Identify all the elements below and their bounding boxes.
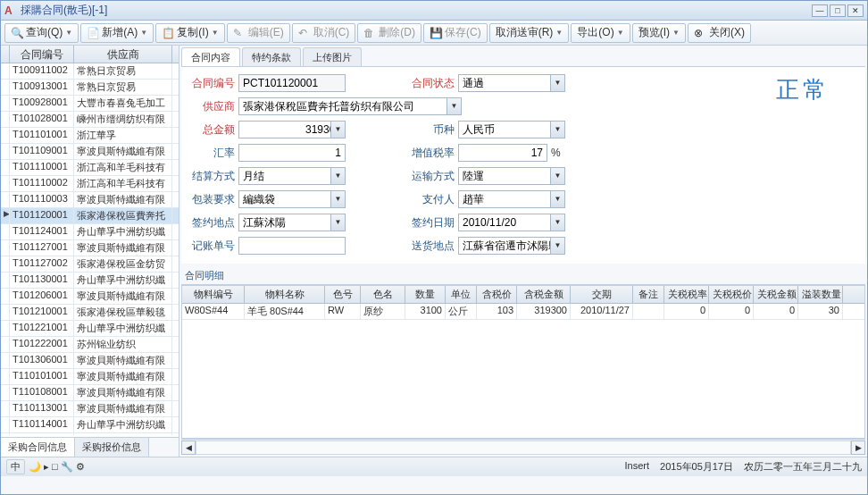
chevron-down-icon[interactable]: ▼ [550, 168, 564, 184]
col-header[interactable]: 色号 [325, 286, 361, 303]
col-header[interactable]: 关税金额 [754, 286, 798, 303]
pack-req-field[interactable] [238, 190, 346, 208]
detail-body[interactable]: W80S#44羊毛 80S#44RW原纱3100公斤1033193002010/… [182, 304, 864, 320]
col-header[interactable]: 备注 [633, 286, 664, 303]
chevron-down-icon[interactable]: ▼ [550, 122, 564, 138]
supplier-field[interactable] [238, 97, 462, 115]
table-row[interactable]: T101110002浙江高和羊毛科技有 [1, 176, 179, 192]
label-contract-no: 合同编号 [188, 76, 238, 91]
table-row[interactable]: T110108001寧波貝斯特纖維有限 [1, 385, 179, 401]
table-row[interactable]: T101221001舟山華孚中洲纺织纖 [1, 321, 179, 337]
table-row[interactable]: T101206001寧波貝斯特纖維有限 [1, 289, 179, 305]
payer-field[interactable] [458, 190, 565, 208]
total-field[interactable] [238, 121, 346, 138]
chevron-down-icon[interactable]: ▼ [330, 168, 345, 184]
table-row[interactable]: T101222001苏州锦业纺织 [1, 337, 179, 353]
scroll-track[interactable] [196, 440, 851, 455]
table-row[interactable]: T101109001寧波貝斯特纖維有限 [1, 144, 179, 160]
export-button[interactable]: 导出(O)▼ [571, 23, 630, 43]
contract-no-field[interactable] [238, 74, 346, 92]
col-contract-id[interactable]: 合同编号 [10, 46, 74, 63]
table-row[interactable]: ▶T101120001張家港保稅區費奔托 [1, 208, 179, 224]
col-header[interactable]: 关税税率 [664, 286, 709, 303]
col-header[interactable]: 溢装数量 [798, 286, 843, 303]
col-header[interactable]: 含税价 [477, 286, 517, 303]
chevron-down-icon[interactable]: ▼ [330, 122, 345, 138]
col-header[interactable]: 含税金额 [517, 286, 571, 303]
tab-special-terms[interactable]: 特约条款 [242, 47, 301, 66]
sign-place-field[interactable] [238, 214, 346, 231]
preview-button[interactable]: 预览(I)▼ [632, 23, 686, 43]
currency-field[interactable] [458, 121, 565, 138]
col-header[interactable]: 单位 [446, 286, 477, 303]
table-row[interactable]: T101130001舟山華孚中洲纺织纖 [1, 273, 179, 289]
tab-contract-content[interactable]: 合同内容 [181, 47, 240, 66]
col-supplier[interactable]: 供应商 [74, 46, 172, 63]
close-window-button[interactable]: ✕ [847, 4, 864, 17]
toolbar: 🔍查询(Q)▼ 📄新增(A)▼ 📋复制(I)▼ ✎编辑(E) ↶取消(C) 🗑删… [1, 21, 867, 46]
chevron-down-icon[interactable]: ▼ [550, 238, 564, 254]
table-row[interactable]: T110114002舟山華孚中洲纺织纖 [1, 433, 179, 435]
sign-date-field[interactable] [458, 214, 565, 231]
calendar-icon[interactable]: ▼ [550, 214, 564, 231]
chevron-down-icon[interactable]: ▼ [550, 191, 564, 207]
maximize-button[interactable]: □ [830, 4, 846, 17]
table-row[interactable]: T101028001嵊州市缙绸纺织有限 [1, 112, 179, 128]
chevron-down-icon[interactable]: ▼ [447, 98, 461, 114]
query-button[interactable]: 🔍查询(Q)▼ [4, 23, 79, 43]
table-cell: 0 [664, 304, 709, 319]
table-cell [633, 304, 664, 319]
label-sign-date: 签约日期 [408, 215, 458, 231]
col-header[interactable]: 关税税价 [709, 286, 754, 303]
table-row[interactable]: T101101001浙江華孚 [1, 128, 179, 144]
tab-quote-info[interactable]: 采购报价信息 [75, 438, 149, 457]
rate-field[interactable] [238, 144, 346, 162]
scroll-left-button[interactable]: ◀ [181, 440, 196, 455]
chevron-down-icon[interactable]: ▼ [550, 75, 564, 91]
table-row[interactable]: T110113001寧波貝斯特纖維有限 [1, 401, 179, 417]
close-button[interactable]: ⊗关闭(X) [688, 23, 751, 43]
pay-method-field[interactable] [238, 167, 346, 185]
table-row[interactable]: T100928001大豐市春喜兔毛加工 [1, 96, 179, 112]
col-header[interactable]: 物料名称 [245, 286, 325, 303]
tab-contract-info[interactable]: 采购合同信息 [1, 438, 75, 457]
table-row[interactable]: T101110003寧波貝斯特纖維有限 [1, 192, 179, 208]
ship-method-field[interactable] [458, 167, 565, 185]
vat-rate-field[interactable] [458, 144, 547, 162]
table-row[interactable]: T101127002張家港保稅區金纺贸 [1, 256, 179, 273]
table-row[interactable]: T101124001舟山華孚中洲纺织纖 [1, 224, 179, 240]
table-row[interactable]: W80S#44羊毛 80S#44RW原纱3100公斤1033193002010/… [182, 304, 864, 320]
table-row[interactable]: T100911002常熟日京贸易 [1, 63, 179, 80]
col-header[interactable]: 物料编号 [182, 286, 245, 303]
chevron-down-icon[interactable]: ▼ [330, 214, 345, 231]
col-header[interactable]: 数量 [405, 286, 446, 303]
chevron-down-icon[interactable]: ▼ [330, 191, 345, 207]
table-row[interactable]: T101127001寧波貝斯特纖維有限 [1, 240, 179, 256]
contract-status-field[interactable] [458, 74, 565, 92]
col-header[interactable]: 交期 [571, 286, 633, 303]
cancel-button[interactable]: ↶取消(C) [292, 23, 356, 43]
save-button[interactable]: 💾保存(C) [423, 23, 488, 43]
ship-place-field[interactable] [458, 237, 565, 255]
tab-upload-image[interactable]: 上传图片 [303, 47, 362, 66]
ledger-no-field[interactable] [238, 237, 346, 255]
ime-indicator[interactable]: 中 [6, 459, 25, 474]
table-row[interactable]: T100913001常熟日京贸易 [1, 80, 179, 96]
undo-audit-button[interactable]: 取消送审(R)▼ [489, 23, 570, 43]
horizontal-scrollbar[interactable]: ◀ ▶ [181, 439, 865, 455]
table-row[interactable]: T101210001張家港保稅區華毅毯 [1, 305, 179, 321]
table-row[interactable]: T101110001浙江高和羊毛科技有 [1, 160, 179, 176]
table-row[interactable]: T101306001寧波貝斯特纖維有限 [1, 353, 179, 369]
add-button[interactable]: 📄新增(A)▼ [80, 23, 154, 43]
ime-icons: 🌙 ▸ □ 🔧 ⚙ [29, 461, 85, 473]
edit-button[interactable]: ✎编辑(E) [227, 23, 290, 43]
grid-body[interactable]: T100911002常熟日京贸易T100913001常熟日京贸易T1009280… [1, 63, 179, 435]
col-header[interactable]: 色名 [361, 286, 405, 303]
table-row[interactable]: T110101001寧波貝斯特纖維有限 [1, 369, 179, 385]
table-row[interactable]: T110114001舟山華孚中洲纺织纖 [1, 417, 179, 433]
copy-button[interactable]: 📋复制(I)▼ [155, 23, 224, 43]
minimize-button[interactable]: — [812, 4, 828, 17]
scroll-right-button[interactable]: ▶ [851, 440, 865, 455]
delete-button[interactable]: 🗑删除(D) [357, 23, 421, 43]
detail-label: 合同明细 [181, 267, 865, 285]
